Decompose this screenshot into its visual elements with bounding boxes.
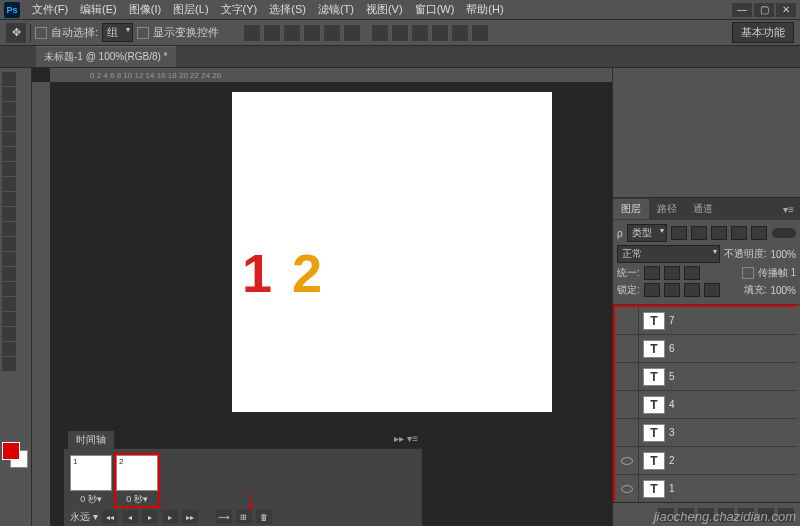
menu-filter[interactable]: 滤镜(T) (312, 0, 360, 19)
new-frame-button[interactable]: ⊞ (236, 510, 252, 524)
panel-menu-icon[interactable]: ▾≡ (777, 204, 800, 215)
next-frame-button[interactable]: ▸ (162, 510, 178, 524)
lasso-tool[interactable] (2, 102, 16, 116)
auto-select-dropdown[interactable]: 组 (102, 23, 133, 42)
frame-delay[interactable]: 0 秒▾ (116, 493, 158, 506)
layer-row[interactable]: T 2 (615, 447, 798, 475)
filter-kind-dropdown[interactable]: 类型 (627, 224, 667, 242)
visibility-toggle[interactable] (615, 363, 639, 390)
type-tool[interactable] (2, 297, 16, 311)
layers-tab[interactable]: 图层 (613, 199, 649, 219)
heal-tool[interactable] (2, 162, 16, 176)
timeline-tab[interactable]: 时间轴 (68, 431, 114, 449)
eyedropper-tool[interactable] (2, 147, 16, 161)
layer-row[interactable]: T 3 (615, 419, 798, 447)
lock-btn[interactable] (664, 283, 680, 297)
filter-type-icon[interactable] (711, 226, 727, 240)
dist-btn[interactable] (411, 24, 429, 42)
timeline-frame[interactable]: 1 0 秒▾ (70, 455, 112, 506)
menu-window[interactable]: 窗口(W) (409, 0, 461, 19)
layer-fx-icon[interactable] (678, 508, 694, 522)
align-btn[interactable] (283, 24, 301, 42)
propagate-checkbox[interactable] (742, 267, 754, 279)
play-button[interactable]: ▸ (142, 510, 158, 524)
path-tool[interactable] (2, 312, 16, 326)
visibility-toggle[interactable] (615, 475, 639, 502)
marquee-tool[interactable] (2, 87, 16, 101)
menu-image[interactable]: 图像(I) (123, 0, 167, 19)
filter-pixel-icon[interactable] (671, 226, 687, 240)
filter-smart-icon[interactable] (751, 226, 767, 240)
move-tool-icon[interactable]: ✥ (6, 23, 26, 43)
adjustment-layer-icon[interactable] (718, 508, 734, 522)
blend-mode-dropdown[interactable]: 正常 (617, 245, 720, 263)
menu-help[interactable]: 帮助(H) (460, 0, 509, 19)
dist-btn[interactable] (471, 24, 489, 42)
lock-btn[interactable] (644, 283, 660, 297)
menu-type[interactable]: 文字(Y) (215, 0, 264, 19)
fill-value[interactable]: 100% (770, 285, 796, 296)
canvas[interactable]: 1 2 (232, 92, 552, 412)
channels-tab[interactable]: 通道 (685, 199, 721, 219)
foreground-color-swatch[interactable] (2, 442, 20, 460)
eraser-tool[interactable] (2, 222, 16, 236)
pen-tool[interactable] (2, 282, 16, 296)
opacity-value[interactable]: 100% (770, 249, 796, 260)
paths-tab[interactable]: 路径 (649, 199, 685, 219)
dist-btn[interactable] (451, 24, 469, 42)
align-btn[interactable] (303, 24, 321, 42)
document-tab[interactable]: 未标题-1 @ 100%(RGB/8) * (36, 46, 176, 67)
dist-btn[interactable] (431, 24, 449, 42)
visibility-toggle[interactable] (615, 447, 639, 474)
dist-btn[interactable] (391, 24, 409, 42)
layer-row[interactable]: T 1 (615, 475, 798, 502)
unify-btn[interactable] (684, 266, 700, 280)
timeline-frame[interactable]: 2 0 秒▾ (116, 455, 158, 506)
last-frame-button[interactable]: ▸▸ (182, 510, 198, 524)
menu-view[interactable]: 视图(V) (360, 0, 409, 19)
new-layer-icon[interactable] (758, 508, 774, 522)
align-btn[interactable] (243, 24, 261, 42)
loop-dropdown[interactable]: 永远 ▾ (70, 510, 98, 524)
hand-tool[interactable] (2, 342, 16, 356)
zoom-tool[interactable] (2, 357, 16, 371)
filter-adjust-icon[interactable] (691, 226, 707, 240)
filter-shape-icon[interactable] (731, 226, 747, 240)
stamp-tool[interactable] (2, 192, 16, 206)
tween-button[interactable]: ⟿ (216, 510, 232, 524)
prev-frame-button[interactable]: ◂ (122, 510, 138, 524)
lock-btn[interactable] (704, 283, 720, 297)
group-icon[interactable] (738, 508, 754, 522)
frame-delay[interactable]: 0 秒▾ (70, 493, 112, 506)
dodge-tool[interactable] (2, 267, 16, 281)
delete-layer-icon[interactable] (778, 508, 794, 522)
visibility-toggle[interactable] (615, 419, 639, 446)
menu-layer[interactable]: 图层(L) (167, 0, 214, 19)
lock-btn[interactable] (684, 283, 700, 297)
workspace-switcher[interactable]: 基本功能 (732, 22, 794, 43)
menu-file[interactable]: 文件(F) (26, 0, 74, 19)
maximize-button[interactable]: ▢ (754, 3, 774, 17)
layer-row[interactable]: T 4 (615, 391, 798, 419)
align-btn[interactable] (263, 24, 281, 42)
delete-frame-button[interactable]: 🗑 (256, 510, 272, 524)
history-brush-tool[interactable] (2, 207, 16, 221)
layer-mask-icon[interactable] (698, 508, 714, 522)
auto-select-checkbox[interactable] (35, 27, 47, 39)
crop-tool[interactable] (2, 132, 16, 146)
visibility-toggle[interactable] (615, 335, 639, 362)
shape-tool[interactable] (2, 327, 16, 341)
menu-edit[interactable]: 编辑(E) (74, 0, 123, 19)
align-btn[interactable] (343, 24, 361, 42)
layer-row[interactable]: T 7 (615, 307, 798, 335)
unify-btn[interactable] (664, 266, 680, 280)
menu-select[interactable]: 选择(S) (263, 0, 312, 19)
layer-row[interactable]: T 5 (615, 363, 798, 391)
visibility-toggle[interactable] (615, 391, 639, 418)
filter-toggle[interactable] (772, 228, 796, 238)
gradient-tool[interactable] (2, 237, 16, 251)
dist-btn[interactable] (371, 24, 389, 42)
first-frame-button[interactable]: ◂◂ (102, 510, 118, 524)
wand-tool[interactable] (2, 117, 16, 131)
blur-tool[interactable] (2, 252, 16, 266)
